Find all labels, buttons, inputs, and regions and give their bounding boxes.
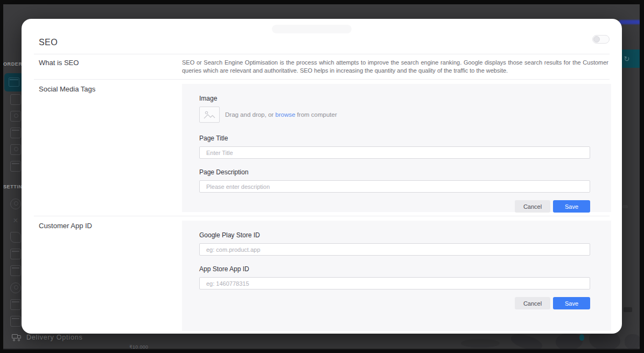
upload-text-suffix: from computer [295,111,337,118]
seo-description-text: SEO or Search Engine Optimisation is the… [182,54,622,79]
sidebar-item-reports[interactable] [10,128,21,138]
window-frame-top [0,0,644,4]
page-description-input[interactable] [199,180,590,193]
gear-icon [10,283,21,293]
section-social-media-tags: Social Media Tags Image Drag and drop, o… [22,80,622,216]
sidebar-item-customers[interactable] [10,111,21,122]
social-media-tags-panel: Image Drag and drop, or browse from comp… [182,84,611,212]
window-frame-left [0,0,3,353]
orders-board-icon [4,73,24,91]
monitor-icon [10,161,21,172]
sidebar-item-apps[interactable] [10,299,21,310]
customer-icon [10,111,21,122]
social-tags-cancel-button[interactable]: Cancel [515,200,550,213]
sidebar-item-delivery-options[interactable]: Delivery Options [12,334,83,341]
image-label: Image [199,95,590,102]
sidebar-item-account[interactable] [10,199,21,209]
window-frame-bottom [0,350,644,353]
page-description-label: Page Description [199,168,590,176]
image-placeholder-icon [204,110,215,119]
app-id-save-button[interactable]: Save [553,297,590,309]
upload-text-prefix: Drag and drop, or [225,111,275,118]
world-map-shape [556,333,583,350]
store-icon [10,144,21,155]
sidebar-item-billing[interactable] [10,316,21,327]
seo-settings-modal: SEO What is SEO SEO or Search Engine Opt… [22,19,622,334]
world-map-shape [461,339,500,348]
app-store-app-id-input[interactable] [199,277,590,290]
report-icon [10,128,21,138]
sidebar-item-purchases[interactable] [10,94,21,105]
card-icon [10,316,21,327]
social-tags-save-button[interactable]: Save [553,200,590,213]
sidebar-item-documents[interactable] [10,265,21,276]
circular-arrow-icon: ↻ [624,55,630,63]
sidebar-item-appearance[interactable] [10,232,21,243]
delivery-options-label: Delivery Options [26,334,83,341]
customer-app-id-panel: Google Play Store ID App Store App ID Ca… [182,221,611,331]
window-frame-right [640,0,644,353]
section-customer-app-id: Customer App ID Google Play Store ID App… [22,216,622,334]
sidebar-item-integrations[interactable]: × [10,215,21,226]
background-artifact [622,205,628,208]
seo-enable-toggle[interactable] [592,35,610,44]
sidebar-item-display-settings[interactable] [10,249,21,259]
section-what-is-seo: What is SEO SEO or Search Engine Optimis… [22,54,622,79]
apps-grid-icon [10,299,21,310]
world-map-shape [625,334,641,349]
sidebar-item-store[interactable] [10,144,21,155]
brand-logo [619,20,641,24]
toggle-knob [593,36,600,43]
page-title-label: Page Title [199,135,590,142]
customer-app-id-label: Customer App ID [39,222,182,230]
sidebar-item-orders-active[interactable] [4,73,24,91]
image-upload-dropzone[interactable]: Drag and drop, or browse from computer [199,107,590,123]
document-icon [10,265,21,276]
tools-cross-icon: × [10,215,21,226]
clipboard-icon [10,94,21,105]
google-play-store-id-input[interactable] [199,243,590,256]
social-media-tags-label: Social Media Tags [39,85,182,93]
sidebar-item-preferences[interactable] [10,283,21,293]
monitor-gear-icon [10,249,21,259]
delivery-truck-icon [12,334,22,341]
map-marker-dot [579,334,584,341]
google-play-store-id-label: Google Play Store ID [199,231,590,239]
sidebar-item-display[interactable] [10,161,21,172]
page-title: SEO [39,38,58,47]
app-id-cancel-button[interactable]: Cancel [515,297,550,309]
app-store-app-id-label: App Store App ID [199,265,590,273]
upload-instruction-text: Drag and drop, or browse from computer [225,111,337,118]
modal-header: SEO [22,19,622,54]
what-is-seo-label: What is SEO [39,59,182,67]
browse-link[interactable]: browse [275,111,295,118]
paintbrush-icon [10,232,21,243]
page-title-input[interactable] [199,146,590,159]
image-upload-box[interactable] [199,107,220,123]
account-icon [10,199,21,209]
background-artifact [624,307,632,312]
